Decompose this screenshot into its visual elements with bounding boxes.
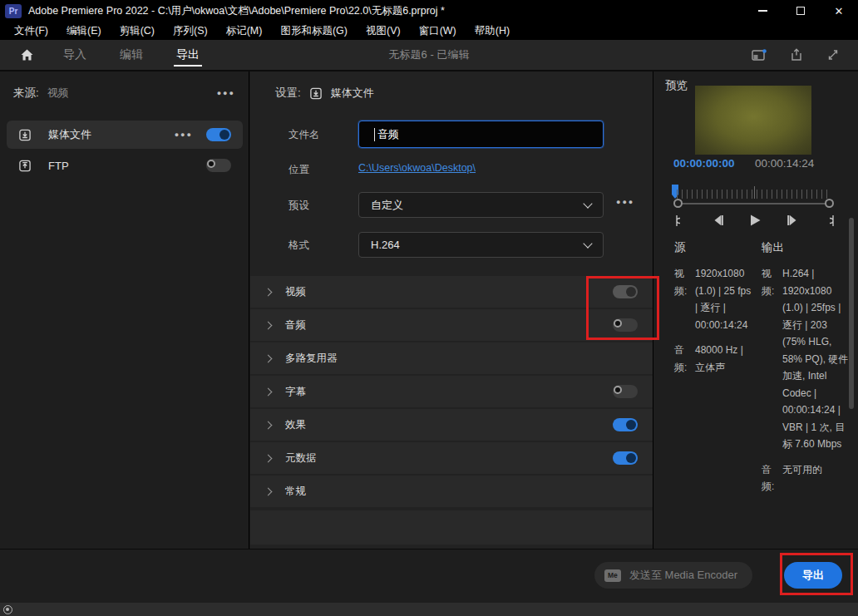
source-item-ftp[interactable]: FTP — [7, 151, 243, 180]
menu-item[interactable]: 图形和标题(G) — [271, 24, 357, 38]
preset-dropdown[interactable]: 自定义 — [358, 192, 604, 218]
timeline-ruler[interactable] — [677, 190, 831, 199]
summary-row-value: H.264 | 1920x1080 (1.0) | 25fps | 逐行 | 2… — [782, 265, 851, 453]
tab-export[interactable]: 导出 — [174, 40, 202, 70]
chevron-down-icon — [583, 199, 592, 208]
format-dropdown[interactable]: H.264 — [358, 232, 604, 258]
media-encoder-icon: Me — [604, 569, 621, 582]
source-panel: 来源: 视频 ●●● 媒体文件●●●FTP — [0, 71, 249, 549]
toggle-switch[interactable] — [613, 451, 638, 465]
step-back-button[interactable] — [707, 211, 728, 229]
toggle-switch[interactable] — [613, 318, 638, 332]
menu-item[interactable]: 编辑(E) — [57, 24, 111, 38]
status-strip — [0, 603, 858, 616]
preset-more-button[interactable]: ●●● — [616, 198, 634, 206]
header-tab-bar: 导入编辑导出 无标题6 - 已编辑 — [0, 40, 858, 71]
source-item-media-file[interactable]: 媒体文件●●● — [7, 121, 243, 149]
share-icon — [790, 48, 803, 62]
menu-item[interactable]: 窗口(W) — [410, 24, 466, 38]
section-row-audio[interactable]: 音频 — [250, 309, 653, 341]
section-label: 多路复用器 — [285, 352, 338, 366]
section-row-captions[interactable]: 字幕 — [250, 376, 653, 407]
export-sections: 视频音频多路复用器字幕效果元数据常规 — [250, 276, 653, 509]
filename-label: 文件名 — [288, 128, 320, 142]
title-bar: Pr Adobe Premiere Pro 2022 - C:\用户\okwoa… — [0, 0, 858, 22]
download-icon — [309, 87, 323, 100]
export-button[interactable]: 导出 — [784, 562, 842, 589]
mark-out-button[interactable] — [820, 211, 841, 229]
settings-panel-header: 设置: 媒体文件 — [275, 86, 374, 101]
menu-item[interactable]: 标记(M) — [217, 24, 272, 38]
summary-row-label: 视频: — [674, 265, 689, 333]
play-icon — [749, 214, 762, 227]
quick-export-button[interactable] — [790, 48, 803, 62]
source-more-button[interactable]: ●●● — [217, 89, 235, 97]
toggle-switch[interactable] — [613, 385, 638, 398]
text-caret — [374, 128, 375, 141]
source-value: 视频 — [47, 86, 69, 101]
filename-value: 音频 — [377, 127, 399, 142]
source-item-label: FTP — [48, 160, 69, 172]
current-timecode: 00:00:00:00 — [673, 157, 735, 170]
source-panel-header: 来源: 视频 ●●● — [13, 86, 235, 101]
send-button-label: 发送至 Media Encoder — [629, 568, 737, 583]
settings-target: 媒体文件 — [331, 86, 374, 101]
toggle-switch[interactable] — [613, 418, 638, 431]
item-more-button[interactable]: ●●● — [175, 131, 193, 139]
workspace-button[interactable] — [752, 49, 767, 62]
preset-label: 预设 — [288, 199, 309, 213]
summary-row-label: 音频: — [762, 461, 777, 495]
mark-out-icon — [825, 214, 836, 227]
chevron-right-icon — [264, 454, 273, 462]
close-icon: ✕ — [835, 5, 844, 17]
section-row-general[interactable]: 常规 — [250, 476, 653, 507]
minimize-icon — [758, 10, 767, 12]
preview-panel: 预览 00:00:00:00 00:00:14:24 源 输出 视频:1920x… — [653, 71, 858, 549]
chevron-right-icon — [264, 321, 273, 329]
menu-item[interactable]: 文件(F) — [5, 24, 57, 38]
playback-controls — [668, 211, 841, 229]
maximize-button[interactable] — [782, 0, 820, 22]
step-forward-button[interactable] — [782, 211, 804, 229]
section-label: 常规 — [285, 485, 306, 499]
menu-item[interactable]: 剪辑(C) — [111, 24, 164, 38]
range-out-handle[interactable] — [825, 199, 834, 208]
menu-item[interactable]: 序列(S) — [164, 24, 217, 38]
tabbar-actions — [752, 48, 840, 62]
toggle-knob — [219, 130, 229, 140]
section-row-effects[interactable]: 效果 — [250, 409, 653, 441]
mark-in-button[interactable] — [668, 211, 690, 229]
tab-edit[interactable]: 编辑 — [117, 40, 145, 70]
location-link[interactable]: C:\Users\okwoa\Desktop\ — [358, 162, 476, 174]
toggle-knob — [626, 420, 636, 430]
chevron-right-icon — [264, 487, 273, 495]
filename-input[interactable]: 音频 — [358, 121, 604, 148]
menu-item[interactable]: 帮助(H) — [466, 24, 519, 38]
play-button[interactable] — [744, 211, 766, 229]
toggle-knob — [626, 287, 636, 297]
minimize-button[interactable] — [743, 0, 782, 22]
toggle-knob — [626, 453, 636, 463]
summary-row-label: 视频: — [762, 265, 777, 453]
section-row-metadata[interactable]: 元数据 — [250, 442, 653, 474]
send-to-media-encoder-button[interactable]: Me 发送至 Media Encoder — [594, 562, 752, 589]
section-label: 效果 — [285, 418, 306, 432]
toggle-switch[interactable] — [206, 159, 231, 172]
section-label: 视频 — [285, 285, 306, 299]
section-row-multiplexer[interactable]: 多路复用器 — [250, 342, 653, 374]
toggle-knob — [614, 386, 622, 394]
section-row-video[interactable]: 视频 — [250, 276, 653, 308]
toggle-switch[interactable] — [206, 128, 231, 141]
close-button[interactable]: ✕ — [820, 0, 858, 22]
menu-item[interactable]: 视图(V) — [357, 24, 410, 38]
home-button[interactable] — [20, 48, 34, 62]
scrub-track[interactable] — [678, 203, 831, 205]
settings-panel-filler — [250, 510, 653, 545]
range-in-handle[interactable] — [673, 199, 683, 208]
preview-label: 预览 — [665, 78, 688, 93]
toggle-switch[interactable] — [613, 285, 638, 298]
tab-import[interactable]: 导入 — [61, 40, 89, 70]
scrollbar-thumb[interactable] — [849, 218, 854, 409]
chevron-right-icon — [264, 421, 273, 429]
fullscreen-button[interactable] — [826, 48, 840, 62]
